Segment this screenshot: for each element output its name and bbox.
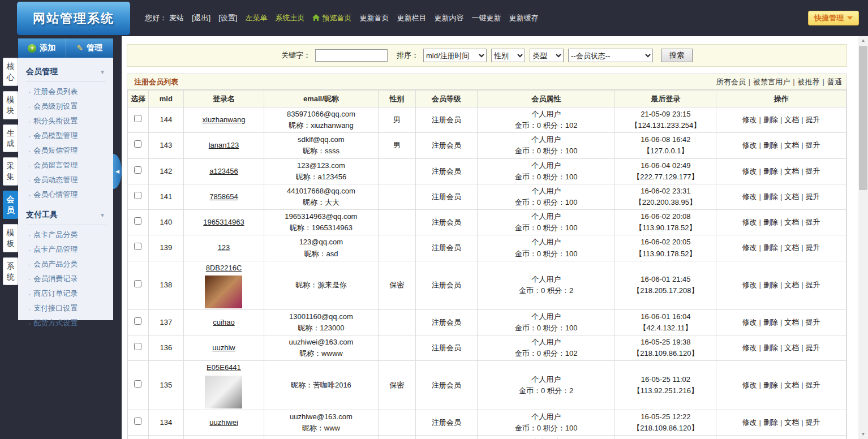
avatar[interactable]	[205, 276, 242, 308]
op-link-edit[interactable]: 修改	[742, 418, 757, 427]
avatar[interactable]	[205, 376, 242, 408]
op-link-edit[interactable]: 修改	[742, 381, 757, 389]
topmenu-update-columns[interactable]: 更新栏目	[397, 13, 426, 23]
topmenu-update-home[interactable]: 更新首页	[359, 13, 389, 23]
login-link[interactable]: cuihao	[213, 318, 234, 326]
op-link-doc[interactable]: 文档	[784, 418, 799, 427]
search-button[interactable]: 搜索	[661, 49, 693, 62]
sidebar-item[interactable]: ·会员心情管理	[26, 185, 106, 200]
op-link-edit[interactable]: 修改	[742, 318, 757, 326]
op-link-promote[interactable]: 提升	[806, 141, 820, 149]
op-link-delete[interactable]: 删除	[763, 343, 778, 352]
op-link-promote[interactable]: 提升	[806, 192, 820, 201]
page-scrollbar[interactable]: ▲ ▼	[858, 36, 868, 439]
op-link-edit[interactable]: 修改	[742, 115, 757, 124]
login-link[interactable]: 7858654	[209, 192, 238, 201]
row-checkbox[interactable]	[134, 317, 141, 325]
sidebar-collapse-handle[interactable]: ◀	[113, 154, 122, 189]
op-link-promote[interactable]: 提升	[806, 218, 820, 226]
op-link-promote[interactable]: 提升	[806, 167, 820, 175]
op-link-doc[interactable]: 文档	[784, 318, 799, 326]
status-select[interactable]: --会员状态--	[568, 49, 653, 62]
topmenu-one-click-update[interactable]: 一键更新	[471, 13, 501, 23]
view-filter-link[interactable]: 所有会员	[716, 78, 746, 86]
op-link-delete[interactable]: 删除	[763, 418, 778, 427]
login-link[interactable]: E05E6441	[207, 363, 241, 372]
op-link-doc[interactable]: 文档	[784, 243, 799, 252]
login-link[interactable]: xiuzhanwang	[203, 115, 246, 124]
row-checkbox[interactable]	[134, 280, 141, 287]
row-checkbox[interactable]	[134, 115, 141, 122]
op-link-promote[interactable]: 提升	[806, 381, 820, 389]
sidebar-item[interactable]: ·支付接口设置	[26, 299, 106, 313]
manage-button[interactable]: ✎ 管理	[66, 38, 114, 58]
row-checkbox[interactable]	[134, 380, 141, 388]
op-link-doc[interactable]: 文档	[784, 115, 799, 124]
op-link-delete[interactable]: 删除	[763, 141, 778, 149]
sidebar-item[interactable]: ·会员留言管理	[26, 156, 106, 170]
topmenu-left-menu[interactable]: 左菜单	[245, 13, 267, 23]
row-checkbox[interactable]	[134, 217, 141, 225]
view-filter-link[interactable]: 被推荐	[798, 78, 820, 86]
row-checkbox[interactable]	[134, 343, 141, 350]
op-link-delete[interactable]: 删除	[763, 218, 778, 226]
view-filter-link[interactable]: 普通	[827, 78, 842, 86]
sidebar-item[interactable]: ·注册会员列表	[26, 82, 106, 97]
op-link-doc[interactable]: 文档	[784, 343, 799, 352]
row-checkbox[interactable]	[134, 243, 141, 250]
op-link-doc[interactable]: 文档	[784, 192, 799, 201]
op-link-promote[interactable]: 提升	[806, 343, 820, 352]
login-link[interactable]: 1965314963	[203, 218, 244, 226]
login-link[interactable]: a123456	[209, 167, 238, 175]
op-link-doc[interactable]: 文档	[784, 381, 799, 389]
sidebar-group-title[interactable]: 会员管理▼	[26, 63, 106, 82]
op-link-doc[interactable]: 文档	[784, 141, 799, 149]
quick-manage-button[interactable]: 快捷管理	[808, 11, 859, 25]
sidebar-item[interactable]: ·会员级别设置	[26, 97, 106, 111]
module-tab-members[interactable]: 会员	[3, 191, 18, 219]
login-link[interactable]: 123	[218, 243, 230, 252]
sidebar-item[interactable]: ·点卡产品管理	[26, 240, 106, 255]
topmenu-update-cache[interactable]: 更新缓存	[509, 13, 538, 23]
op-link-edit[interactable]: 修改	[742, 281, 757, 289]
op-link-promote[interactable]: 提升	[806, 281, 820, 289]
sidebar-item[interactable]: ·商店订单记录	[26, 284, 106, 299]
sidebar-group-title[interactable]: 支付工具▼	[26, 206, 106, 225]
op-link-edit[interactable]: 修改	[742, 167, 757, 175]
op-link-delete[interactable]: 删除	[763, 281, 778, 289]
sidebar-item[interactable]: ·会员短信管理	[26, 141, 106, 156]
op-link-promote[interactable]: 提升	[806, 243, 820, 252]
row-checkbox[interactable]	[134, 140, 141, 148]
op-link-doc[interactable]: 文档	[784, 281, 799, 289]
scrollbar-thumb[interactable]	[859, 46, 867, 190]
login-link[interactable]: uuzhiwei	[209, 418, 238, 427]
topmenu-preview-home[interactable]: 预览首页	[312, 13, 351, 23]
topmenu-update-content[interactable]: 更新内容	[434, 13, 463, 23]
sidebar-item[interactable]: ·会员动态管理	[26, 170, 106, 185]
module-tab-generate[interactable]: 生成	[3, 124, 18, 153]
op-link-doc[interactable]: 文档	[784, 218, 799, 226]
login-link[interactable]: uuzhiw	[212, 343, 235, 352]
scroll-up-arrow-icon[interactable]: ▲	[858, 36, 868, 45]
sidebar-item[interactable]: ·点卡产品分类	[26, 225, 106, 240]
row-checkbox[interactable]	[134, 192, 141, 199]
sidebar-item[interactable]: ·会员模型管理	[26, 126, 106, 141]
op-link-delete[interactable]: 删除	[763, 115, 778, 124]
sort-select[interactable]: mid/注册时间	[423, 49, 487, 62]
topmenu-settings[interactable]: [设置]	[218, 13, 237, 23]
add-button[interactable]: + 添加	[18, 38, 66, 58]
module-tab-modules[interactable]: 模块	[3, 91, 18, 119]
sidebar-item[interactable]: ·会员消费记录	[26, 269, 106, 284]
view-filter-link[interactable]: 被禁言用户	[753, 78, 790, 86]
op-link-delete[interactable]: 删除	[763, 381, 778, 389]
op-link-promote[interactable]: 提升	[806, 418, 820, 427]
module-tab-collect[interactable]: 采集	[3, 157, 18, 186]
scroll-down-arrow-icon[interactable]: ▼	[858, 430, 868, 439]
op-link-edit[interactable]: 修改	[742, 141, 757, 149]
keyword-input[interactable]	[315, 49, 388, 62]
op-link-delete[interactable]: 删除	[763, 167, 778, 175]
op-link-edit[interactable]: 修改	[742, 343, 757, 352]
topmenu-logout[interactable]: [退出]	[192, 13, 210, 23]
module-tab-system[interactable]: 系统	[3, 257, 18, 286]
login-link[interactable]: lanan123	[209, 141, 239, 149]
